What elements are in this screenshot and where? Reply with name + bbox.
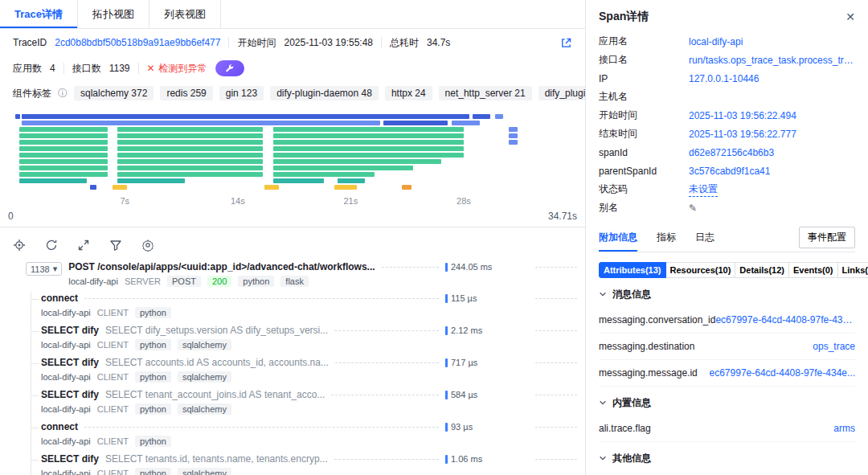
field-label: parentSpanId [599,166,689,177]
span-title: SELECT dify [41,325,99,336]
filter-icon[interactable] [109,239,122,252]
span-tag: sqlalchemy [178,339,231,350]
duration-bar [445,358,448,367]
span-duration: 2.12 ms [451,326,482,335]
span-row-root[interactable]: 1138▾POST /console/api/apps/<uuid:app_id… [26,261,577,287]
ai-diagnose-button[interactable] [215,60,244,76]
field-value[interactable]: 3c576cabd9f1ca41 [689,166,770,177]
span-detail-tab[interactable]: 日志 [695,223,714,252]
chevron-down-icon [599,454,607,462]
minimap-bar [19,133,108,138]
span-row-line2: local-dify-apiCLIENTpythonsqlalchemy [41,339,577,350]
field-value[interactable]: 2025-11-03 19:56:22.494 [689,110,796,121]
span-row[interactable]: connect93 µslocal-dify-apiCLIENTpython [31,421,577,447]
span-tag: sqlalchemy [178,403,231,415]
anomaly-badge[interactable]: ✕ 检测到异常 [147,62,207,76]
leader-dots [84,427,439,428]
field-value[interactable]: local-dify-api [689,36,743,47]
component-tag[interactable]: dify-plugin-daemon 48 [270,86,379,100]
span-duration-group: 717 µs [445,358,535,367]
event-config-button[interactable]: 事件配置 [799,227,855,248]
span-row-line2: local-dify-apiCLIENTpythonsqlalchemy [41,403,577,415]
span-row-line1: SELECT difySELECT tenant_account_joins.i… [41,389,577,400]
duration-bar [445,423,448,432]
span-detail-tab[interactable]: 附加信息 [599,223,637,252]
field-value[interactable]: d62e872156c4b6b3 [689,147,774,158]
time-tick-label: 28s [457,196,471,206]
top-tab[interactable]: 拓扑视图 [78,0,149,28]
external-link-icon[interactable] [560,37,572,49]
field-value[interactable]: run/tasks.ops_trace_task.process_trac... [689,55,855,66]
span-tag: python [135,307,171,318]
waterfall-toolbar [0,227,585,260]
attribute-segment-button[interactable]: Links(0) [837,262,868,278]
component-tag[interactable]: gin 123 [219,86,264,100]
attribute-segment-button[interactable]: Attributes(13) [599,262,666,278]
span-kind: CLIENT [97,469,129,475]
attribute-value[interactable]: ops_trace [813,341,855,352]
component-tag[interactable]: httpx 24 [385,86,432,100]
component-tag[interactable]: net_http_server 21 [439,86,532,100]
minimap-bar [338,178,366,183]
attribute-section-header[interactable]: 消息信息 [599,281,855,307]
attribute-section-header[interactable]: 其他信息 [599,445,855,471]
minimap-bar [19,140,108,145]
attribute-segment-button[interactable]: Resources(10) [665,262,736,278]
span-tag: python [135,371,171,383]
span-tag: python [135,468,171,475]
settings-gear-icon[interactable] [141,239,154,252]
span-field-row: 应用名local-dify-api [599,32,855,51]
view-tabs: Trace详情拓扑视图列表视图 [0,0,585,29]
top-tab[interactable]: 列表视图 [149,0,221,28]
apis-count-label: 接口数 [72,62,101,76]
duration-bar [445,391,448,399]
attribute-value[interactable]: ec67997e-64cd-4408-97fe-434e... [715,314,855,326]
field-value[interactable]: 未设置 [689,182,718,197]
child-count-dropdown[interactable]: 1138▾ [26,262,62,276]
duration-value: 34.7s [427,37,450,48]
leader-dots [331,395,439,395]
span-row[interactable]: SELECT difySELECT accounts.id AS account… [31,357,577,383]
attribute-section-header[interactable]: 内置信息 [599,390,855,416]
span-field-row: parentSpanId3c576cabd9f1ca41 [599,162,855,180]
minimap-bar [509,127,518,132]
span-row-line1: POST /console/api/apps/<uuid:app_id>/adv… [68,261,577,272]
expand-icon[interactable] [77,239,90,252]
attribute-value[interactable]: arms [833,423,855,434]
close-icon[interactable]: ✕ [845,10,855,23]
attribute-segment-button[interactable]: Events(0) [788,262,838,278]
refresh-icon[interactable] [45,239,58,252]
edit-pencil-icon[interactable]: ✎ [689,203,697,214]
minimap-bar [509,133,518,138]
field-value[interactable]: 2025-11-03 19:56:22.777 [689,129,796,140]
trace-minimap-chart[interactable] [13,113,572,195]
span-detail-tabs: 附加信息指标日志事件配置 [599,223,855,252]
minimap-bar [273,127,464,132]
component-tag[interactable]: redis 259 [160,86,212,100]
traceid-value[interactable]: 2cd0b8bdbf50b518b9a91ae9bb6ef477 [55,37,220,48]
info-icon: ⓘ [58,87,68,100]
locate-icon[interactable] [13,239,26,252]
attribute-value[interactable]: ec67997e-64cd-4408-97fe-434e... [710,367,855,379]
minimap-bar [473,114,490,119]
time-tick-label: 7s [120,196,129,206]
minimap-bar [273,172,374,177]
minimap-bar [90,185,96,190]
span-row[interactable]: connect115 µslocal-dify-apiCLIENTpython [31,293,577,318]
span-field-row: IP127.0.0.1-10446 [599,69,855,88]
span-row[interactable]: SELECT difySELECT tenants.id, tenants.na… [31,453,577,475]
duration-bar [445,294,448,303]
attribute-segment-button[interactable]: Details(12) [735,262,789,278]
field-value[interactable]: 127.0.0.1-10446 [689,73,759,84]
component-tag[interactable]: sqlalchemy 372 [74,86,154,100]
top-tab[interactable]: Trace详情 [0,0,78,28]
span-row[interactable]: SELECT difySELECT tenant_account_joins.i… [31,389,577,415]
time-tick-label: 14s [231,196,245,206]
field-label: 状态码 [599,182,689,196]
attribute-row: ali.trace.flagarms [599,416,855,442]
component-tag[interactable]: dify_plugin 15 [538,86,585,100]
span-row[interactable]: SELECT difySELECT dify_setups.version AS… [31,325,577,350]
duration-bar [445,326,448,335]
duration-bar [445,455,448,464]
span-detail-tab[interactable]: 指标 [657,223,676,252]
